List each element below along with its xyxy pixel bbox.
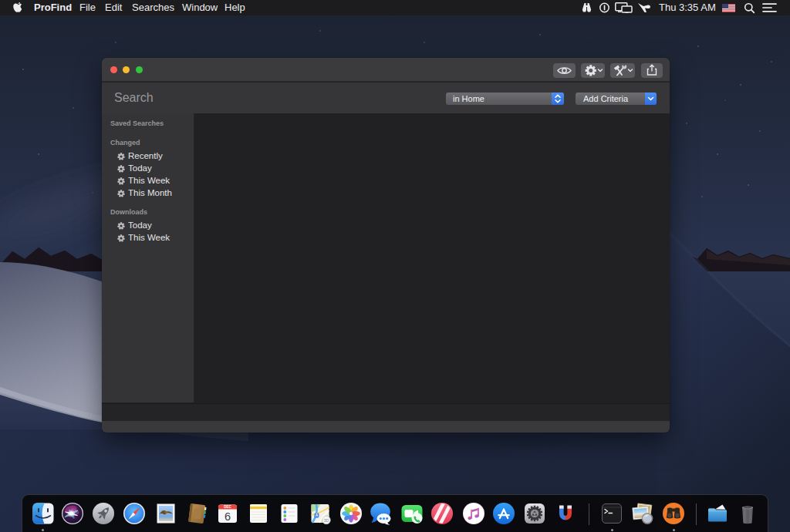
svg-text:DEC: DEC	[224, 505, 231, 509]
svg-text:3D: 3D	[323, 518, 329, 523]
svg-text:6: 6	[224, 510, 230, 523]
svg-text:A: A	[315, 513, 318, 517]
